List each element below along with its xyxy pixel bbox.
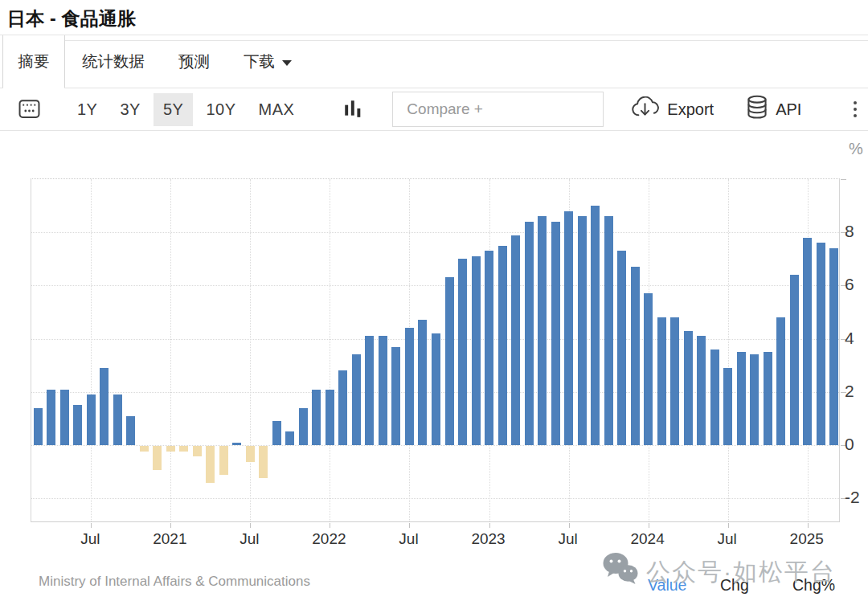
bar[interactable] <box>525 222 534 445</box>
bar[interactable] <box>272 421 281 445</box>
bar[interactable] <box>697 336 706 445</box>
range-button-10y[interactable]: 10Y <box>196 93 245 126</box>
bar[interactable] <box>670 317 679 445</box>
bar[interactable] <box>776 317 785 445</box>
bar[interactable] <box>710 350 719 445</box>
bar[interactable] <box>737 352 746 445</box>
bar[interactable] <box>113 394 122 445</box>
bar[interactable] <box>829 248 838 445</box>
bar[interactable] <box>551 222 560 445</box>
bar[interactable] <box>391 347 400 445</box>
y-axis-label: -2 <box>845 488 868 507</box>
bar[interactable] <box>285 431 294 445</box>
bar[interactable] <box>153 446 162 470</box>
bar[interactable] <box>764 352 772 445</box>
cloud-download-icon <box>630 96 660 122</box>
bar[interactable] <box>326 390 334 446</box>
plot-area <box>31 178 840 522</box>
bar[interactable] <box>445 277 454 445</box>
bar[interactable] <box>34 408 43 445</box>
mode-toggle-chgpct[interactable]: Chg% <box>792 576 835 595</box>
bar[interactable] <box>179 446 188 452</box>
bar[interactable] <box>511 235 520 446</box>
mode-toggle-value[interactable]: Value <box>648 576 686 595</box>
bar[interactable] <box>485 251 493 445</box>
bar[interactable] <box>232 443 241 445</box>
bar[interactable] <box>87 394 96 445</box>
bar[interactable] <box>365 336 374 445</box>
bar[interactable] <box>140 446 149 452</box>
bar[interactable] <box>817 243 825 445</box>
mode-toggle-chg[interactable]: Chg <box>720 576 749 595</box>
bar[interactable] <box>352 354 361 445</box>
calendar-button[interactable] <box>18 97 41 121</box>
tab-forecast[interactable]: 预测 <box>162 35 227 88</box>
range-button-5y[interactable]: 5Y <box>154 93 193 126</box>
bar[interactable] <box>206 446 215 483</box>
bar[interactable] <box>723 368 732 445</box>
bar[interactable] <box>193 446 202 456</box>
bar[interactable] <box>418 320 427 445</box>
bar[interactable] <box>47 390 55 446</box>
bar[interactable] <box>338 370 347 445</box>
x-axis-label: 2024 <box>630 530 664 548</box>
range-button-3y[interactable]: 3Y <box>110 93 149 126</box>
export-button[interactable]: Export <box>630 96 714 122</box>
bar[interactable] <box>684 331 693 445</box>
export-label: Export <box>667 100 714 119</box>
bar[interactable] <box>472 256 481 445</box>
x-axis-label: Jul <box>399 530 418 548</box>
bar[interactable] <box>458 259 467 445</box>
range-button-max[interactable]: MAX <box>249 93 305 126</box>
bar[interactable] <box>259 446 268 478</box>
api-button[interactable]: API <box>746 95 801 124</box>
bar[interactable] <box>166 446 175 452</box>
gridline-vertical <box>728 179 729 521</box>
bar[interactable] <box>73 405 82 445</box>
bar[interactable] <box>591 206 600 445</box>
bar[interactable] <box>644 293 653 445</box>
bar[interactable] <box>100 368 108 445</box>
y-axis-label: 0 <box>845 435 868 454</box>
bar[interactable] <box>564 211 573 445</box>
axis-tick <box>841 179 846 180</box>
compare-input[interactable] <box>392 92 604 127</box>
bar[interactable] <box>790 275 799 445</box>
bar[interactable] <box>604 216 613 445</box>
calendar-icon <box>18 97 41 121</box>
bar[interactable] <box>379 336 387 445</box>
bar[interactable] <box>432 333 440 445</box>
x-axis-label: 2025 <box>790 530 824 548</box>
bar[interactable] <box>498 246 507 445</box>
bar[interactable] <box>312 390 321 446</box>
axis-tick <box>728 523 729 528</box>
bar[interactable] <box>299 408 308 445</box>
bar[interactable] <box>219 446 228 475</box>
bar[interactable] <box>246 446 255 462</box>
kebab-menu-icon[interactable] <box>854 101 857 117</box>
bar-chart-icon <box>344 98 362 121</box>
range-button-1y[interactable]: 1Y <box>68 93 107 126</box>
chart-type-button[interactable] <box>344 98 362 121</box>
bar[interactable] <box>657 317 666 445</box>
tab-download[interactable]: 下载 <box>227 35 309 88</box>
bar[interactable] <box>750 354 759 445</box>
tab-summary[interactable]: 摘要 <box>2 35 65 88</box>
gridline-vertical <box>170 179 171 521</box>
bar[interactable] <box>631 267 640 445</box>
bar[interactable] <box>617 251 626 445</box>
bar[interactable] <box>578 216 587 445</box>
page-title: 日本 - 食品通胀 <box>7 6 868 31</box>
source-attribution: Ministry of Internal Affairs & Communica… <box>39 574 310 590</box>
y-axis-unit: % <box>849 140 863 158</box>
tab-label: 统计数据 <box>82 51 145 72</box>
bar[interactable] <box>405 328 414 445</box>
bar[interactable] <box>60 390 69 446</box>
bar[interactable] <box>803 238 812 445</box>
tab-label: 摘要 <box>18 51 50 72</box>
tab-stats[interactable]: 统计数据 <box>65 35 162 88</box>
bar[interactable] <box>538 216 547 445</box>
bar[interactable] <box>126 416 135 445</box>
toolbar: 1Y3Y5Y10YMAX Export <box>0 88 868 131</box>
database-icon <box>746 95 768 124</box>
